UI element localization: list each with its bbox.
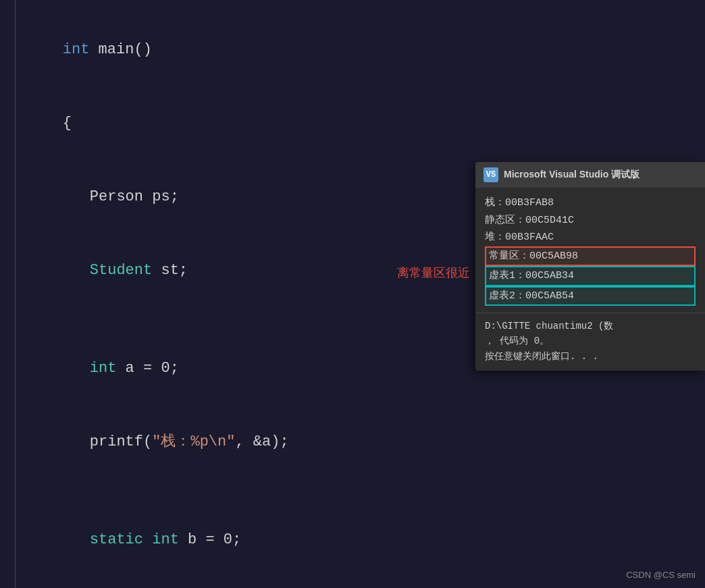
debug-row-vtable2: 虚表2：00C5AB54 <box>485 286 696 306</box>
code-line-7: printf("栈：%p\n", &a); <box>27 406 678 479</box>
code-line-2: { <box>27 87 678 161</box>
debug-panel-header: VS Microsoft Visual Studio 调试版 <box>475 162 705 188</box>
debug-row-static: 静态区：00C5D41C <box>485 212 696 230</box>
code-line-9: static int b = 0; <box>27 504 678 577</box>
debug-row-const: 常量区：00C5AB98 <box>485 246 696 267</box>
vs-icon: VS <box>484 167 498 182</box>
debug-row-heap: 堆：00B3FAAC <box>485 229 696 246</box>
debug-panel-footer: D:\GITTE chuantimu2 (数 ， 代码为 0。 按任意键关闭此窗… <box>475 313 705 371</box>
code-line-8 <box>27 479 678 504</box>
debug-row-vtable1: 虚表1：00C5AB34 <box>485 266 696 286</box>
debug-footer-line1: D:\GITTE chuantimu2 (数 <box>485 319 696 333</box>
debug-row-stack: 栈：00B3FAB8 <box>485 194 696 212</box>
debug-footer-line3: 按任意键关闭此窗口. . . <box>485 349 696 364</box>
arrow-label: 离常量区很近 <box>397 265 470 281</box>
debug-panel-title: Microsoft Visual Studio 调试版 <box>504 169 639 181</box>
code-line-1: int main() <box>27 14 678 87</box>
debug-panel: VS Microsoft Visual Studio 调试版 栈：00B3FAB… <box>475 162 705 371</box>
debug-panel-body: 栈：00B3FAB8 静态区：00C5D41C 堆：00B3FAAC 常量区：0… <box>475 188 705 313</box>
watermark: CSDN @CS semi <box>626 570 696 580</box>
gutter-line <box>15 0 16 588</box>
code-line-10: printf("静态区：%p\n", &b); <box>27 577 678 588</box>
debug-footer-line2: ， 代码为 0。 <box>485 333 696 348</box>
